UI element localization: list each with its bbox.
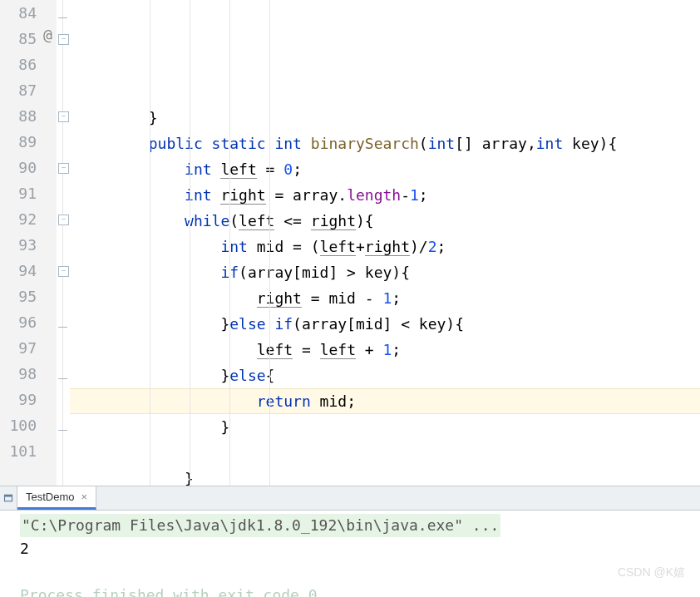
line-number: 86: [3, 52, 37, 77]
console-command: "C:\Program Files\Java\jdk1.8.0_192\bin\…: [20, 514, 500, 537]
code-line[interactable]: }: [70, 105, 700, 131]
tab-testdemo[interactable]: TestDemo ×: [17, 486, 96, 510]
code-line[interactable]: right = mid - 1;: [70, 285, 700, 311]
fold-toggle-icon[interactable]: −: [58, 34, 69, 45]
code-area[interactable]: } public static int binarySearch(int[] a…: [70, 0, 700, 486]
code-line[interactable]: }else{: [70, 363, 700, 388]
code-line[interactable]: left = left + 1;: [70, 337, 700, 363]
code-line[interactable]: int right = array.length-1;: [70, 182, 700, 208]
console-output: 2: [20, 537, 700, 560]
line-number: 100: [3, 412, 37, 438]
code-line[interactable]: }: [70, 466, 700, 486]
line-number: 85: [3, 26, 37, 52]
line-number: 89: [3, 129, 37, 155]
line-number: 84: [3, 0, 37, 26]
fold-toggle-icon[interactable]: [58, 318, 67, 328]
code-line[interactable]: while(left <= right){: [70, 208, 700, 234]
code-line[interactable]: public static int binarySearch(int[] arr…: [70, 131, 700, 156]
line-number: 91: [3, 180, 37, 206]
code-line[interactable]: [70, 440, 700, 466]
code-line[interactable]: int mid = (left+right)/2;: [70, 234, 700, 259]
line-number: 95: [3, 284, 37, 309]
code-line[interactable]: return mid;: [70, 388, 700, 414]
code-line[interactable]: }: [70, 414, 700, 440]
tab-label: TestDemo: [26, 491, 75, 503]
fold-toggle-icon[interactable]: −: [58, 111, 69, 122]
line-number: 93: [3, 232, 37, 258]
tool-window-icon[interactable]: [0, 486, 17, 510]
console-exit: Process finished with exit code 0: [20, 584, 700, 597]
svg-rect-1: [5, 495, 12, 496]
code-editor[interactable]: @ 84858687888990919293949596979899100101…: [0, 0, 700, 486]
fold-toggle-icon[interactable]: −: [58, 163, 69, 174]
fold-toggle-icon[interactable]: [58, 8, 67, 18]
line-number-gutter: @ 84858687888990919293949596979899100101: [0, 0, 57, 486]
fold-toggle-icon[interactable]: −: [58, 266, 69, 277]
line-number: 88: [3, 103, 37, 129]
fold-toggle-icon[interactable]: −: [58, 215, 69, 225]
line-number: 87: [3, 77, 37, 103]
close-icon[interactable]: ×: [81, 491, 88, 503]
line-number: 97: [3, 335, 37, 361]
gutter-annotation: @: [43, 26, 52, 43]
line-number: 98: [3, 361, 37, 387]
code-line[interactable]: int left = 0;: [70, 156, 700, 182]
line-number: 90: [3, 155, 37, 180]
code-line[interactable]: if(array[mid] > key){: [70, 259, 700, 285]
fold-toggle-icon[interactable]: [58, 369, 67, 379]
line-number: 99: [3, 387, 37, 412]
line-number: 96: [3, 309, 37, 335]
run-tool-tabbar[interactable]: TestDemo ×: [0, 486, 700, 511]
line-number: 92: [3, 206, 37, 232]
line-number: 94: [3, 258, 37, 284]
fold-column[interactable]: −−−−−: [57, 0, 70, 486]
run-console[interactable]: "C:\Program Files\Java\jdk1.8.0_192\bin\…: [0, 511, 700, 597]
code-line[interactable]: }else if(array[mid] < key){: [70, 311, 700, 337]
fold-toggle-icon[interactable]: [58, 421, 67, 431]
line-number: 101: [3, 438, 37, 464]
